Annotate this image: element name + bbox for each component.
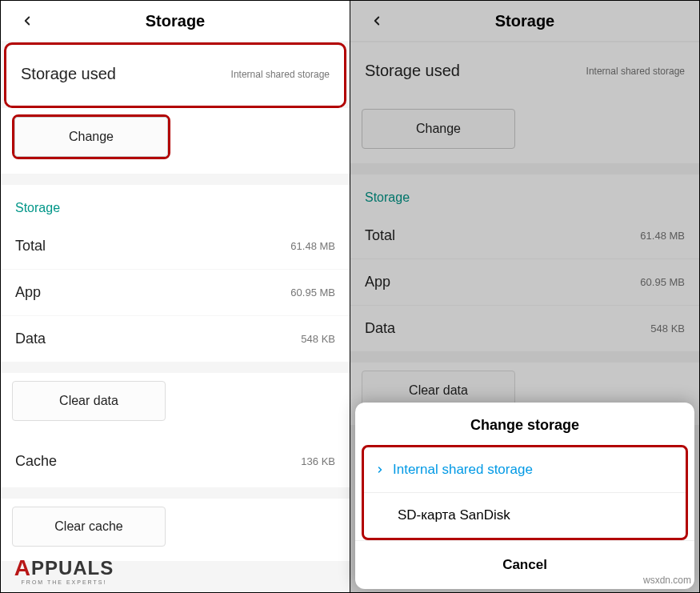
divider-gap xyxy=(350,351,699,363)
stat-label: Data xyxy=(365,320,395,337)
back-icon[interactable] xyxy=(368,12,386,30)
stat-value: 60.95 MB xyxy=(290,286,335,299)
storage-used-label: Storage used xyxy=(21,65,116,83)
change-button-highlight: Change xyxy=(12,114,170,159)
cache-row: Cache 136 KB xyxy=(1,435,350,487)
left-panel: Storage Storage used Internal shared sto… xyxy=(1,1,350,592)
stat-label: Total xyxy=(15,238,46,254)
change-button-section: Change xyxy=(1,108,350,174)
chevron-right-icon xyxy=(375,464,385,475)
storage-used-label: Storage used xyxy=(365,62,460,80)
change-button-section: Change xyxy=(350,102,699,163)
dialog-title: Change storage xyxy=(355,403,694,445)
storage-section-label: Storage xyxy=(1,185,350,223)
back-icon[interactable] xyxy=(18,12,36,30)
stat-value: 548 KB xyxy=(301,333,335,345)
page-title: Storage xyxy=(350,12,699,30)
stat-row-app: App 60.95 MB xyxy=(350,258,699,305)
stat-label: App xyxy=(15,284,41,301)
stat-row-total: Total 61.48 MB xyxy=(350,213,699,258)
clear-data-button[interactable]: Clear data xyxy=(12,381,166,421)
storage-used-highlight: Storage used Internal shared storage xyxy=(4,42,346,108)
clear-data-label: Clear data xyxy=(59,394,118,408)
clear-cache-button[interactable]: Clear cache xyxy=(12,507,166,547)
watermark-tag: FROM THE EXPERTS! xyxy=(22,579,107,585)
dialog-option-label: Internal shared storage xyxy=(393,462,533,478)
change-button-label: Change xyxy=(69,130,114,144)
change-storage-dialog: Change storage Internal shared storage S… xyxy=(355,403,694,589)
clear-data-section: Clear data xyxy=(1,373,350,435)
clear-data-label: Clear data xyxy=(409,383,468,398)
clear-cache-label: Clear cache xyxy=(54,519,122,534)
dialog-cancel-label: Cancel xyxy=(502,557,547,572)
header: Storage xyxy=(350,1,699,41)
divider-gap xyxy=(1,362,350,373)
storage-used-value: Internal shared storage xyxy=(231,69,330,80)
storage-used-row[interactable]: Storage used Internal shared storage xyxy=(350,42,699,102)
storage-stats: Total 61.48 MB App 60.95 MB Data 548 KB xyxy=(1,223,350,362)
stat-row-data: Data 548 KB xyxy=(1,315,350,362)
stat-label: Total xyxy=(365,227,395,244)
divider-gap xyxy=(1,487,350,499)
dialog-option-internal[interactable]: Internal shared storage xyxy=(364,447,686,493)
stat-label: Data xyxy=(15,331,46,347)
dialog-option-sdcard[interactable]: SD-карта SanDisk xyxy=(364,493,686,538)
change-button[interactable]: Change xyxy=(362,109,515,149)
clear-cache-section: Clear cache xyxy=(1,499,350,561)
stat-row-total: Total 61.48 MB xyxy=(1,223,350,269)
page-title: Storage xyxy=(1,12,350,30)
storage-stats: Total 61.48 MB App 60.95 MB Data 548 KB xyxy=(350,213,699,351)
cache-label: Cache xyxy=(15,453,57,470)
change-button[interactable]: Change xyxy=(14,117,168,157)
stat-row-data: Data 548 KB xyxy=(350,305,699,351)
stat-value: 61.48 MB xyxy=(640,230,685,242)
stat-row-app: App 60.95 MB xyxy=(1,269,350,315)
dialog-options-highlight: Internal shared storage SD-карта SanDisk xyxy=(362,445,688,540)
change-button-label: Change xyxy=(416,122,461,136)
stat-value: 61.48 MB xyxy=(290,240,335,252)
storage-used-row[interactable]: Storage used Internal shared storage xyxy=(6,46,344,106)
stat-value: 60.95 MB xyxy=(640,276,685,288)
storage-section-label: Storage xyxy=(350,174,699,213)
storage-used-value: Internal shared storage xyxy=(586,66,685,77)
dialog-option-label: SD-карта SanDisk xyxy=(398,507,510,523)
stat-label: App xyxy=(365,274,390,290)
right-panel: Storage Storage used Internal shared sto… xyxy=(350,1,699,592)
dialog-cancel-button[interactable]: Cancel xyxy=(355,540,694,589)
cache-value: 136 KB xyxy=(301,455,335,467)
header: Storage xyxy=(1,1,350,41)
stat-value: 548 KB xyxy=(650,323,685,335)
